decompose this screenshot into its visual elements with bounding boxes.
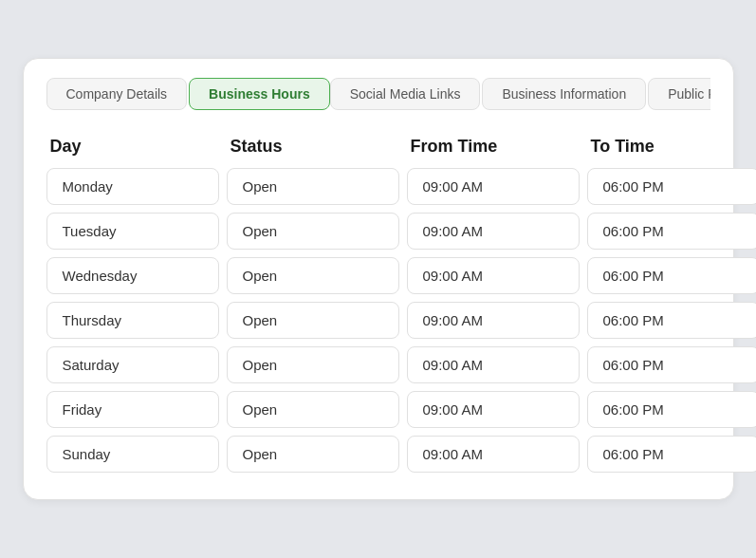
tab-business-hours[interactable]: Business Hours: [189, 78, 330, 110]
from-time-cell[interactable]: 09:00 AM: [407, 346, 580, 383]
status-cell[interactable]: Open: [227, 436, 399, 473]
table-row: FridayOpen09:00 AM06:00 PM: [46, 391, 710, 428]
from-time-cell[interactable]: 09:00 AM: [407, 168, 580, 205]
table-row: WednesdayOpen09:00 AM06:00 PM: [46, 257, 710, 294]
from-time-cell[interactable]: 09:00 AM: [407, 436, 580, 473]
table-row: SundayOpen09:00 AM06:00 PM: [46, 436, 710, 473]
to-time-cell[interactable]: 06:00 PM: [587, 436, 757, 473]
tab-bar: Company DetailsBusiness HoursSocial Medi…: [46, 78, 710, 110]
from-time-cell[interactable]: 09:00 AM: [407, 213, 580, 250]
table-row: MondayOpen09:00 AM06:00 PM: [46, 168, 710, 205]
status-cell[interactable]: Open: [227, 346, 399, 383]
table-body: MondayOpen09:00 AM06:00 PMTuesdayOpen09:…: [46, 168, 710, 473]
column-header-to-time: To Time: [591, 137, 757, 157]
to-time-cell[interactable]: 06:00 PM: [587, 257, 757, 294]
status-cell[interactable]: Open: [227, 168, 399, 205]
day-cell[interactable]: Sunday: [46, 436, 219, 473]
day-cell[interactable]: Monday: [46, 168, 219, 205]
to-time-cell[interactable]: 06:00 PM: [587, 213, 757, 250]
table-header: DayStatusFrom TimeTo Time: [46, 137, 710, 157]
to-time-cell[interactable]: 06:00 PM: [587, 168, 757, 205]
column-header-day: Day: [50, 137, 230, 157]
tab-business-information[interactable]: Business Information: [482, 78, 646, 110]
table-row: TuesdayOpen09:00 AM06:00 PM: [46, 213, 710, 250]
to-time-cell[interactable]: 06:00 PM: [587, 391, 757, 428]
day-cell[interactable]: Thursday: [46, 302, 219, 339]
day-cell[interactable]: Tuesday: [46, 213, 219, 250]
status-cell[interactable]: Open: [227, 302, 399, 339]
day-cell[interactable]: Wednesday: [46, 257, 219, 294]
day-cell[interactable]: Friday: [46, 391, 219, 428]
column-header-from-time: From Time: [411, 137, 591, 157]
table-row: SaturdayOpen09:00 AM06:00 PM: [46, 346, 710, 383]
tab-company-details[interactable]: Company Details: [46, 78, 188, 110]
column-header-status: Status: [230, 137, 411, 157]
status-cell[interactable]: Open: [227, 257, 399, 294]
from-time-cell[interactable]: 09:00 AM: [407, 391, 580, 428]
status-cell[interactable]: Open: [227, 391, 399, 428]
status-cell[interactable]: Open: [227, 213, 399, 250]
main-card: Company DetailsBusiness HoursSocial Medi…: [23, 58, 734, 500]
table-row: ThursdayOpen09:00 AM06:00 PM: [46, 302, 710, 339]
from-time-cell[interactable]: 09:00 AM: [407, 302, 580, 339]
tab-social-media-links[interactable]: Social Media Links: [330, 78, 481, 110]
day-cell[interactable]: Saturday: [46, 346, 219, 383]
to-time-cell[interactable]: 06:00 PM: [587, 346, 757, 383]
tab-public-profile[interactable]: Public Prof: [648, 78, 710, 110]
from-time-cell[interactable]: 09:00 AM: [407, 257, 580, 294]
to-time-cell[interactable]: 06:00 PM: [587, 302, 757, 339]
